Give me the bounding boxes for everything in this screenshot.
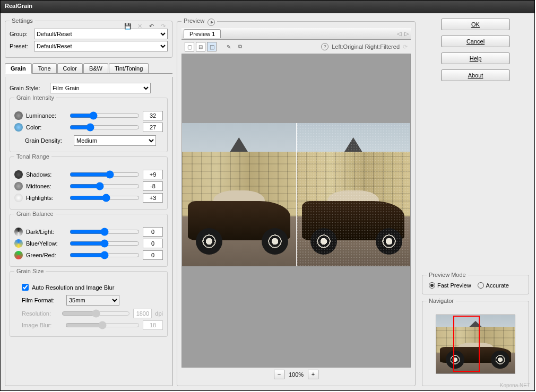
- preview-legend: Preview: [181, 18, 217, 25]
- preview-mode-legend: Preview Mode: [427, 272, 468, 278]
- undo-icon[interactable]: ↶: [148, 22, 155, 30]
- shadows-icon: [14, 170, 23, 179]
- duplicate-preview-icon[interactable]: ⧉: [235, 42, 245, 51]
- grain-style-select[interactable]: Film Grain: [50, 83, 151, 93]
- accurate-radio[interactable]: Accurate: [478, 282, 509, 289]
- new-preview-icon[interactable]: ✎: [224, 42, 234, 51]
- prev-tab-left-icon[interactable]: ◁: [397, 30, 401, 37]
- view-split-h-icon[interactable]: ⊟: [196, 42, 205, 51]
- navigator-group: Navigator: [422, 298, 529, 386]
- midtones-icon: [14, 182, 23, 190]
- preview-original: [182, 123, 296, 266]
- help-button[interactable]: Help: [441, 53, 510, 64]
- cancel-button[interactable]: Cancel: [441, 36, 510, 47]
- auto-resolution-label: Auto Resolution and Image Blur: [32, 284, 114, 291]
- balance-legend: Grain Balance: [14, 211, 56, 217]
- window-title: RealGrain: [5, 3, 32, 9]
- zoom-level: 100%: [289, 371, 304, 378]
- image-blur-label: Image Blur:: [22, 322, 62, 328]
- delete-icon[interactable]: ✕: [136, 22, 143, 30]
- shadows-label: Shadows:: [26, 171, 66, 178]
- midtones-slider[interactable]: [70, 182, 140, 190]
- greenred-value[interactable]: 0: [143, 250, 163, 260]
- resolution-label: Resolution:: [22, 310, 58, 317]
- greenred-slider[interactable]: [70, 251, 140, 259]
- highlights-label: Highlights:: [26, 195, 66, 201]
- darklight-value[interactable]: 0: [143, 227, 163, 237]
- highlights-slider[interactable]: [70, 194, 140, 202]
- radio-checked-icon: [429, 282, 435, 289]
- color-slider[interactable]: [70, 123, 140, 132]
- play-icon[interactable]: [208, 19, 215, 26]
- darklight-label: Dark/Light:: [26, 229, 66, 235]
- blueyellow-icon: [14, 239, 23, 248]
- tab-bw[interactable]: B&W: [83, 63, 108, 73]
- settings-legend: Settings: [10, 18, 35, 24]
- luminance-value[interactable]: 32: [143, 111, 163, 120]
- tab-color[interactable]: Color: [57, 63, 83, 73]
- tab-tint[interactable]: Tint/Toning: [109, 63, 149, 73]
- blueyellow-value[interactable]: 0: [143, 239, 163, 248]
- blueyellow-label: Blue/Yellow:: [26, 240, 66, 247]
- auto-resolution-checkbox[interactable]: [22, 284, 29, 291]
- resolution-unit: dpi: [155, 310, 163, 317]
- zoom-out-button[interactable]: −: [274, 370, 284, 379]
- prev-tab-right-icon[interactable]: ▷: [404, 30, 409, 37]
- tonal-legend: Tonal Range: [14, 153, 51, 160]
- luminance-icon: [14, 111, 23, 120]
- navigator-legend: Navigator: [427, 298, 456, 304]
- shadows-slider[interactable]: [70, 170, 140, 179]
- about-button[interactable]: About: [441, 69, 510, 81]
- view-split-v-icon[interactable]: ◫: [207, 42, 217, 51]
- view-single-icon[interactable]: ▢: [185, 42, 194, 51]
- redo-icon[interactable]: ↷: [159, 22, 167, 30]
- film-format-label: Film Format:: [22, 297, 63, 303]
- help-icon[interactable]: ?: [321, 43, 328, 50]
- image-blur-slider: [65, 321, 140, 329]
- settings-group: Settings 💾 ✕ ↶ ↷ Group: Default/Reset Pr…: [5, 18, 172, 58]
- navigator-viewport[interactable]: [453, 316, 480, 372]
- greenred-label: Green/Red:: [26, 252, 66, 258]
- preset-select[interactable]: Default/Reset: [34, 41, 168, 51]
- highlights-value[interactable]: +3: [143, 193, 163, 203]
- highlights-icon: [14, 194, 23, 202]
- color-value[interactable]: 27: [143, 123, 163, 132]
- tab-content: Grain Style: Film Grain Grain Intensity …: [5, 77, 172, 386]
- tab-tone[interactable]: Tone: [32, 63, 57, 73]
- save-icon[interactable]: 💾: [124, 22, 132, 30]
- zoom-in-button[interactable]: +: [308, 370, 318, 379]
- preview-group: Preview Preview 1 ◁ ▷ ▢ ⊟ ◫ ✎: [177, 18, 416, 386]
- blueyellow-slider[interactable]: [70, 239, 140, 248]
- tab-grain[interactable]: Grain: [5, 63, 32, 74]
- watermark: Kopona.NET: [500, 382, 530, 388]
- intensity-legend: Grain Intensity: [14, 94, 56, 101]
- resolution-value: 1800: [133, 309, 152, 318]
- titlebar: RealGrain: [1, 1, 534, 13]
- grain-style-label: Grain Style:: [10, 85, 47, 91]
- group-label: Group:: [10, 31, 31, 37]
- density-select[interactable]: Medium: [74, 135, 156, 146]
- fast-preview-radio[interactable]: Fast Preview: [429, 282, 471, 289]
- ok-button[interactable]: OK: [441, 19, 510, 30]
- progress-icon: ⟳: [403, 43, 408, 50]
- tab-strip: Grain Tone Color B&W Tint/Toning: [5, 63, 172, 74]
- darklight-slider[interactable]: [70, 228, 140, 236]
- luminance-label: Luminance:: [26, 112, 66, 119]
- luminance-slider[interactable]: [70, 111, 140, 120]
- preview-canvas[interactable]: [181, 54, 411, 368]
- group-select[interactable]: Default/Reset: [34, 29, 168, 39]
- compare-label: Left:Original Right:Filtered: [332, 43, 400, 50]
- preview-mode-group: Preview Mode Fast Preview Accurate: [422, 272, 529, 294]
- density-label: Grain Density:: [25, 137, 71, 144]
- midtones-value[interactable]: -8: [143, 181, 163, 191]
- image-blur-value: 18: [143, 320, 163, 330]
- greenred-icon: [14, 251, 23, 259]
- radio-unchecked-icon: [478, 282, 484, 289]
- navigator-thumbnail[interactable]: [436, 315, 515, 374]
- darklight-icon: [14, 228, 23, 236]
- midtones-label: Midtones:: [26, 183, 66, 189]
- film-format-select[interactable]: 35mm: [66, 295, 119, 306]
- size-legend: Grain Size: [14, 268, 46, 274]
- shadows-value[interactable]: +9: [143, 170, 163, 179]
- preview-tab-1[interactable]: Preview 1: [184, 29, 221, 38]
